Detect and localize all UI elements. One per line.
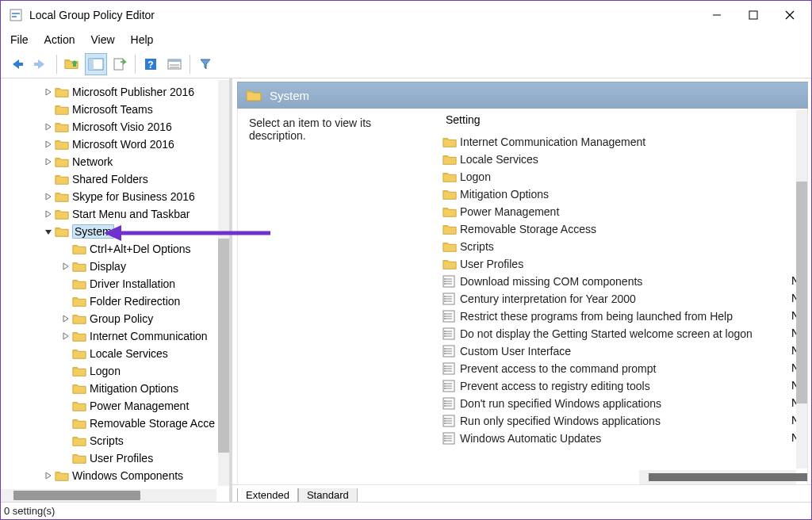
menu-view[interactable]: View [90, 33, 114, 46]
tree-item-label: Locale Services [90, 347, 168, 360]
menu-action[interactable]: Action [44, 33, 75, 46]
list-item[interactable]: Prevent access to the command prompt [441, 360, 807, 377]
detail-horizontal-scrollbar[interactable] [639, 470, 796, 484]
tree-item-label: Skype for Business 2016 [72, 190, 195, 203]
tree-item[interactable]: System [1, 223, 229, 240]
filter-button[interactable] [194, 53, 216, 75]
list-item[interactable]: Restrict these programs from being launc… [441, 308, 807, 325]
list-item[interactable]: Locale Services [441, 151, 807, 168]
list-item[interactable]: Century interpretation for Year 2000 [441, 290, 807, 308]
tree-item-label: Shared Folders [72, 173, 148, 185]
export-button[interactable] [109, 53, 131, 75]
tree-item[interactable]: Power Management [1, 397, 229, 415]
tree-item[interactable]: Group Policy [1, 310, 229, 327]
expand-icon[interactable] [42, 140, 55, 148]
list-item[interactable]: Internet Communication Management [441, 133, 807, 151]
help-button[interactable]: ? [140, 53, 162, 75]
expand-icon[interactable] [42, 123, 55, 131]
tree-item[interactable]: Shared Folders [1, 170, 229, 188]
scrollbar-thumb[interactable] [218, 239, 229, 453]
tree-item[interactable]: Driver Installation [1, 275, 229, 292]
list-item[interactable]: User Profiles [441, 255, 807, 273]
forward-button[interactable] [30, 53, 52, 75]
menu-file[interactable]: File [10, 33, 29, 46]
tree-item[interactable]: Display [1, 258, 229, 275]
list-item[interactable]: Power Management [441, 203, 807, 220]
expand-icon[interactable] [42, 193, 55, 201]
back-button[interactable] [6, 53, 29, 75]
tree-item[interactable]: User Profiles [1, 449, 229, 467]
tree-item[interactable]: Start Menu and Taskbar [1, 205, 229, 223]
setting-icon [442, 362, 457, 375]
tree-item[interactable]: Ctrl+Alt+Del Options [1, 240, 229, 258]
properties-button[interactable] [163, 53, 186, 75]
tree-horizontal-scrollbar[interactable] [1, 489, 216, 502]
scrollbar-thumb[interactable] [13, 491, 140, 500]
list-item[interactable]: Download missing COM components [441, 273, 807, 290]
expand-icon[interactable] [42, 472, 55, 480]
tree[interactable]: Microsoft Publisher 2016 Microsoft Teams… [1, 78, 229, 488]
expand-icon[interactable] [42, 88, 55, 96]
expand-icon[interactable] [42, 158, 55, 166]
setting-icon [442, 432, 457, 445]
tree-item-label: Microsoft Visio 2016 [72, 120, 172, 133]
list-item[interactable]: Windows Automatic Updates [441, 430, 807, 447]
expand-icon[interactable] [59, 315, 72, 323]
tree-item[interactable]: Microsoft Word 2016 [1, 136, 229, 153]
list-item[interactable]: Logon [441, 168, 807, 185]
scrollbar-thumb[interactable] [649, 473, 807, 481]
setting-icon [442, 415, 457, 427]
tree-item-label: Removable Storage Acce [90, 417, 215, 430]
up-button[interactable] [61, 53, 83, 75]
tree-item[interactable]: Mitigation Options [1, 380, 229, 397]
list-item[interactable]: Run only specified Windows applications [441, 412, 807, 430]
tree-item[interactable]: Logon [1, 362, 229, 380]
list-item[interactable]: Scripts [441, 238, 807, 255]
settings-list[interactable]: Internet Communication ManagementLocale … [441, 132, 807, 449]
tree-item[interactable]: Skype for Business 2016 [1, 188, 229, 205]
tree-item[interactable]: Folder Redirection [1, 292, 229, 310]
list-item[interactable]: Prevent access to registry editing tools [441, 377, 807, 395]
minimize-button[interactable] [699, 2, 735, 28]
list-item[interactable]: Do not display the Getting Started welco… [441, 325, 807, 342]
tab-standard[interactable]: Standard [298, 488, 358, 502]
tree-item[interactable]: Internet Communication [1, 327, 229, 345]
detail-vertical-scrollbar[interactable] [796, 110, 807, 468]
tree-item[interactable]: Microsoft Teams [1, 101, 229, 118]
tree-item[interactable]: Removable Storage Acce [1, 415, 229, 432]
expand-icon[interactable] [42, 210, 55, 218]
list-item-label: Run only specified Windows applications [460, 415, 661, 427]
folder-icon [442, 136, 457, 148]
setting-icon [442, 345, 457, 358]
tree-item[interactable]: Windows Components [1, 467, 229, 484]
tree-item-label: Logon [90, 365, 121, 377]
menu-help[interactable]: Help [131, 33, 154, 46]
tree-item-label: Group Policy [90, 312, 153, 325]
tree-vertical-scrollbar[interactable] [218, 80, 229, 486]
list-item-label: Don't run specified Windows applications [460, 397, 661, 410]
close-button[interactable] [772, 2, 808, 28]
list-item[interactable]: Removable Storage Access [441, 220, 807, 238]
tree-item[interactable]: Scripts [1, 432, 229, 449]
list-item[interactable]: Custom User Interface [441, 342, 807, 360]
list-item-label: Restrict these programs from being launc… [460, 310, 733, 323]
folder-icon [442, 205, 457, 218]
column-header-setting[interactable]: Setting [441, 109, 807, 132]
list-item[interactable]: Don't run specified Windows applications [441, 395, 807, 412]
expand-icon[interactable] [59, 262, 72, 270]
tree-item[interactable]: Microsoft Visio 2016 [1, 118, 229, 136]
scrollbar-thumb[interactable] [796, 182, 807, 403]
tab-extended[interactable]: Extended [237, 488, 298, 502]
tree-item[interactable]: Microsoft Publisher 2016 [1, 83, 229, 101]
list-item-label: Logon [460, 170, 491, 183]
show-tree-button[interactable] [85, 53, 107, 75]
tree-item[interactable]: Locale Services [1, 345, 229, 362]
maximize-button[interactable] [735, 2, 772, 28]
list-item[interactable]: Mitigation Options [441, 185, 807, 203]
folder-icon [442, 188, 457, 201]
tree-item[interactable]: Network [1, 153, 229, 170]
expand-icon[interactable] [59, 332, 72, 340]
window-title: Local Group Policy Editor [29, 9, 155, 21]
expand-icon[interactable] [42, 228, 55, 235]
tree-item-label: Driver Installation [90, 277, 175, 290]
